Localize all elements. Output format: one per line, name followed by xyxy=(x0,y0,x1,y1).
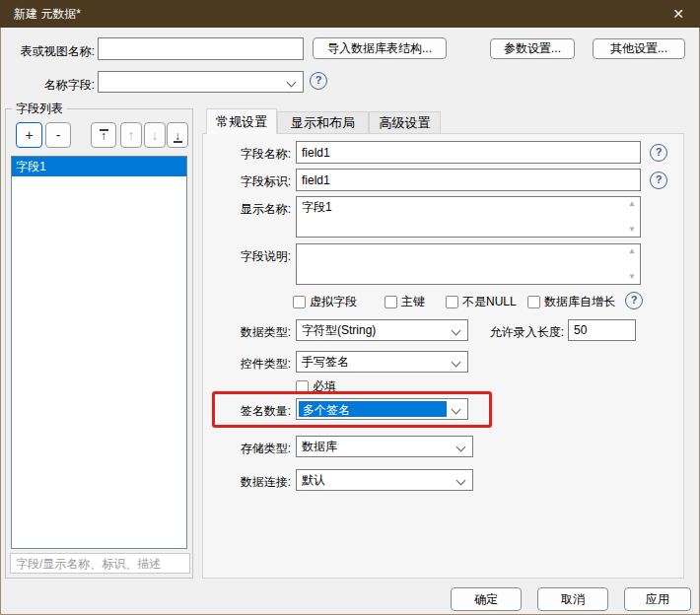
signature-count-label: 签名数量: xyxy=(202,403,291,420)
field-list-group-title: 字段列表 xyxy=(12,101,67,117)
title-bar: 新建 元数据* ✕ xyxy=(0,0,700,28)
checkbox-label: 数据库自增长 xyxy=(544,294,615,310)
move-down-button: ↓ xyxy=(144,122,166,148)
move-bottom-button[interactable]: ↓ xyxy=(167,122,188,148)
chevron-down-icon xyxy=(452,405,461,415)
field-name-label: 字段名称: xyxy=(202,146,291,163)
tab-display-layout[interactable]: 显示和布局 xyxy=(277,111,369,134)
checkbox-auto-increment[interactable]: 数据库自增长 xyxy=(527,294,615,310)
checkbox-label: 虚拟字段 xyxy=(310,294,357,310)
storage-type-combo[interactable]: 数据库 xyxy=(296,436,473,457)
chevron-down-icon xyxy=(456,476,466,486)
help-icon[interactable]: ? xyxy=(310,72,327,90)
remove-field-button[interactable]: - xyxy=(45,122,71,148)
data-type-label: 数据类型: xyxy=(202,324,291,341)
table-name-input[interactable] xyxy=(98,37,304,60)
chevron-down-icon xyxy=(287,78,297,88)
checkbox-label: 不是NULL xyxy=(462,294,517,310)
allowed-length-input[interactable] xyxy=(568,319,636,341)
field-filter-input[interactable] xyxy=(10,553,190,574)
name-field-combo[interactable] xyxy=(98,71,304,93)
checkbox-label: 主键 xyxy=(401,294,425,310)
field-desc-textarea[interactable] xyxy=(296,243,641,285)
chevron-down-icon xyxy=(452,358,461,368)
field-id-input[interactable] xyxy=(296,169,641,191)
control-type-combo[interactable]: 手写签名 xyxy=(296,351,468,373)
arrow-to-top-icon: ↑ xyxy=(100,125,108,142)
tab-advanced-settings[interactable]: 高级设置 xyxy=(369,111,441,134)
signature-count-combo[interactable]: 多个签名 xyxy=(296,398,468,420)
arrow-down-icon: ↓ xyxy=(152,127,159,143)
checkbox-icon xyxy=(446,296,458,308)
name-field-label: 名称字段: xyxy=(8,77,95,94)
checkbox-icon xyxy=(385,296,397,308)
chevron-down-icon xyxy=(452,326,461,336)
new-metadata-dialog: { "window": { "title": "新建 元数据*" }, "ico… xyxy=(0,0,700,615)
cancel-button[interactable]: 取消 xyxy=(537,587,608,611)
checkbox-label: 必填 xyxy=(313,378,336,395)
move-up-button: ↑ xyxy=(120,122,142,148)
checkbox-icon xyxy=(293,296,306,308)
checkbox-primary-key[interactable]: 主键 xyxy=(385,294,425,310)
help-icon[interactable]: ? xyxy=(625,292,643,309)
display-name-label: 显示名称: xyxy=(202,201,291,218)
data-connection-label: 数据连接: xyxy=(202,474,291,491)
checkbox-icon xyxy=(296,380,309,393)
close-icon[interactable]: ✕ xyxy=(665,0,692,28)
signature-count-value: 多个签名 xyxy=(299,401,447,417)
control-type-label: 控件类型: xyxy=(202,356,291,373)
data-connection-value: 默认 xyxy=(302,470,451,491)
help-icon[interactable]: ? xyxy=(650,171,667,189)
field-desc-label: 字段说明: xyxy=(202,248,291,265)
ok-button[interactable]: 确定 xyxy=(451,587,522,611)
scroll-up-icon[interactable]: ▲ xyxy=(625,246,639,256)
list-item[interactable]: 字段1 xyxy=(12,157,186,176)
allowed-length-label: 允许录入长度: xyxy=(481,324,564,341)
help-icon[interactable]: ? xyxy=(650,144,667,162)
display-name-textarea[interactable]: 字段1 xyxy=(296,196,641,238)
data-type-value: 字符型(String) xyxy=(302,320,446,341)
storage-type-label: 存储类型: xyxy=(202,441,291,457)
checkbox-required[interactable]: 必填 xyxy=(296,378,336,395)
field-name-input[interactable] xyxy=(296,141,641,164)
checkbox-not-null[interactable]: 不是NULL xyxy=(446,294,517,310)
add-field-button[interactable]: + xyxy=(16,122,42,148)
storage-type-value: 数据库 xyxy=(302,437,451,457)
arrow-to-bottom-icon: ↓ xyxy=(174,127,182,146)
field-id-label: 字段标识: xyxy=(202,173,291,190)
chevron-down-icon xyxy=(456,443,466,452)
tab-general-settings[interactable]: 常规设置 xyxy=(206,108,277,134)
control-type-value: 手写签名 xyxy=(302,352,446,373)
scroll-up-icon[interactable]: ▲ xyxy=(625,199,639,209)
param-settings-button[interactable]: 参数设置... xyxy=(490,38,575,59)
field-listbox: 字段1 xyxy=(11,156,187,549)
window-title: 新建 元数据* xyxy=(14,0,81,28)
data-type-combo[interactable]: 字符型(String) xyxy=(296,319,468,341)
data-connection-combo[interactable]: 默认 xyxy=(296,469,473,491)
scroll-down-icon[interactable]: ▼ xyxy=(625,225,639,235)
move-top-button[interactable]: ↑ xyxy=(91,122,116,148)
other-settings-button[interactable]: 其他设置... xyxy=(593,38,685,59)
import-table-structure-button[interactable]: 导入数据库表结构... xyxy=(313,37,447,59)
scroll-down-icon[interactable]: ▼ xyxy=(625,272,639,282)
apply-button[interactable]: 应用 xyxy=(624,587,691,611)
table-name-label: 表或视图名称: xyxy=(8,43,95,60)
arrow-up-icon: ↑ xyxy=(128,127,135,143)
checkbox-icon xyxy=(527,296,540,308)
checkbox-virtual-field[interactable]: 虚拟字段 xyxy=(293,294,357,310)
